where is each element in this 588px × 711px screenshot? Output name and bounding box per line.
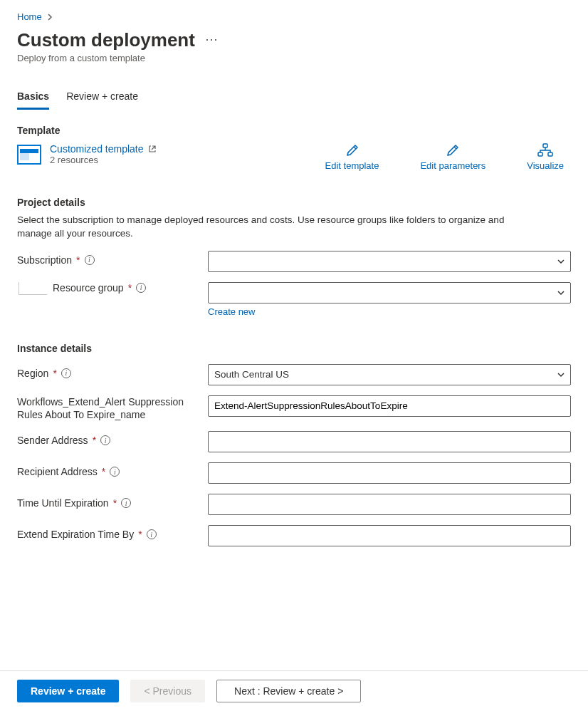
edit-template-button[interactable]: Edit template <box>325 143 379 171</box>
tab-basics[interactable]: Basics <box>17 86 49 110</box>
extend-expiration-input[interactable] <box>208 525 571 546</box>
recipient-address-label: Recipient Address* i <box>17 462 208 478</box>
info-icon[interactable]: i <box>100 435 110 445</box>
chevron-right-icon <box>46 14 53 21</box>
previous-button[interactable]: < Previous <box>130 680 205 702</box>
project-details-heading: Project details <box>17 197 571 208</box>
pencil-icon <box>446 143 460 157</box>
breadcrumb-home-link[interactable]: Home <box>17 11 42 22</box>
edit-parameters-button[interactable]: Edit parameters <box>420 143 485 171</box>
region-dropdown[interactable]: South Central US <box>208 364 571 385</box>
template-heading: Template <box>17 125 571 136</box>
svg-rect-0 <box>543 144 547 147</box>
page-title: Custom deployment <box>17 29 195 51</box>
chevron-down-icon <box>556 288 566 298</box>
hierarchy-branch <box>19 282 47 295</box>
extend-expiration-label: Extend Expiration Time By* i <box>17 525 208 541</box>
customized-template-link[interactable]: Customized template <box>50 143 157 155</box>
workflow-name-label: Workflows_Extend_Alert Suppression Rules… <box>17 395 208 421</box>
visualize-button[interactable]: Visualize <box>527 143 564 171</box>
info-icon[interactable]: i <box>121 498 131 508</box>
create-new-link[interactable]: Create new <box>208 306 255 317</box>
page-subtitle: Deploy from a custom template <box>17 53 571 63</box>
region-label: Region* i <box>17 364 208 380</box>
tab-bar: Basics Review + create <box>17 86 571 110</box>
svg-rect-2 <box>548 152 552 156</box>
chevron-down-icon <box>556 370 566 380</box>
info-icon[interactable]: i <box>147 529 157 539</box>
recipient-address-input[interactable] <box>208 462 571 484</box>
footer-bar: Review + create < Previous Next : Review… <box>0 670 588 711</box>
tab-review-create[interactable]: Review + create <box>66 86 138 110</box>
customized-template-label: Customized template <box>50 143 144 155</box>
instance-details-heading: Instance details <box>17 343 571 354</box>
workflow-name-input[interactable] <box>208 395 571 417</box>
next-button[interactable]: Next : Review + create > <box>216 680 361 702</box>
chevron-down-icon <box>556 256 566 266</box>
subscription-dropdown[interactable] <box>208 251 571 272</box>
template-resource-count: 2 resources <box>50 155 157 165</box>
info-icon[interactable]: i <box>61 368 71 378</box>
open-external-icon <box>148 145 157 153</box>
time-until-expiration-input[interactable] <box>208 494 571 515</box>
project-details-description: Select the subscription to manage deploy… <box>17 214 530 241</box>
time-until-expiration-label: Time Until Expiration* i <box>17 494 208 509</box>
resource-group-dropdown[interactable] <box>208 282 571 303</box>
review-create-button[interactable]: Review + create <box>17 680 119 702</box>
info-icon[interactable]: i <box>85 255 95 265</box>
template-icon <box>17 145 41 165</box>
breadcrumb: Home <box>17 9 571 22</box>
resource-group-label: Resource group* i <box>53 282 146 295</box>
subscription-label: Subscription* i <box>17 251 208 266</box>
pencil-icon <box>345 143 359 157</box>
sender-address-label: Sender Address* i <box>17 431 208 447</box>
more-icon[interactable]: ⋯ <box>205 27 219 47</box>
info-icon[interactable]: i <box>110 467 120 477</box>
info-icon[interactable]: i <box>136 283 146 293</box>
sender-address-input[interactable] <box>208 431 571 452</box>
hierarchy-icon <box>537 143 553 157</box>
svg-rect-1 <box>538 152 542 156</box>
